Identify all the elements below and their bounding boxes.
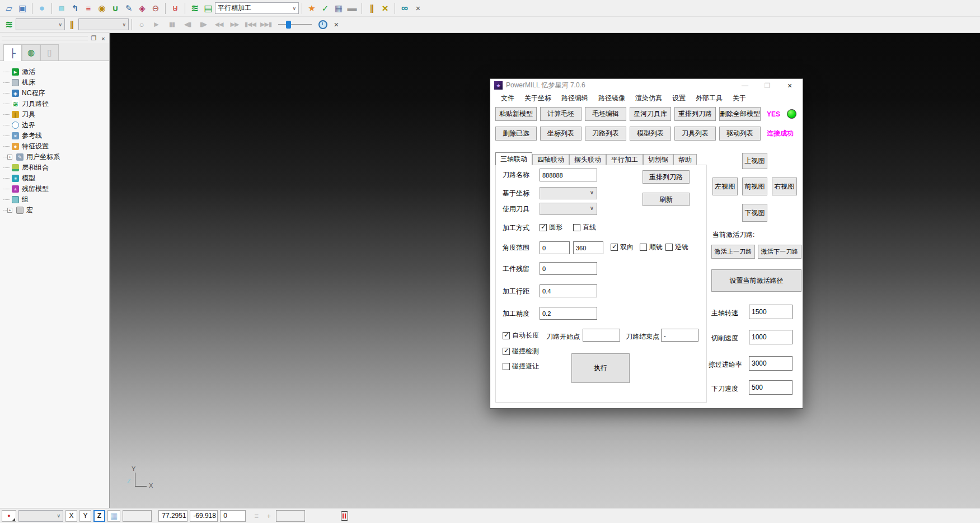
toolbar-close-icon[interactable]: [411, 2, 425, 15]
pattern-draw-icon[interactable]: [122, 2, 135, 15]
stock-remain-input[interactable]: [540, 262, 597, 275]
calculator-icon[interactable]: [332, 2, 345, 15]
delete-selected-button[interactable]: 删除已选: [495, 127, 537, 141]
coord-list-button[interactable]: 坐标列表: [540, 127, 582, 141]
axis-z-button[interactable]: Z: [93, 510, 105, 522]
bulb-icon[interactable]: [135, 18, 148, 31]
tree-item-boundaries[interactable]: 边界: [0, 120, 109, 130]
simulation-speed-slider[interactable]: [278, 20, 312, 30]
toolbar-close-icon[interactable]: [330, 18, 343, 31]
go-start-icon[interactable]: ▮◀◀: [242, 18, 258, 31]
view-top-button[interactable]: 上视图: [742, 153, 767, 169]
trash-tab[interactable]: ▯: [40, 44, 59, 60]
coord-x-field[interactable]: 77.2951: [158, 510, 187, 522]
tool-select-dropdown[interactable]: ∨: [78, 18, 129, 30]
tool-create-icon[interactable]: [95, 2, 109, 15]
menu-render-sim[interactable]: 渲染仿真: [630, 94, 667, 103]
maximize-icon[interactable]: ❐: [757, 79, 778, 92]
cutting-speed-input[interactable]: [749, 330, 793, 344]
boolean-cylinders-icon[interactable]: [398, 2, 411, 15]
angle-from-input[interactable]: [540, 241, 570, 254]
dialog-titlebar[interactable]: ★ PowerMILL 忆梦星河 7.0.6 — ❐ ×: [490, 79, 803, 92]
globe-tab[interactable]: ◍: [22, 44, 40, 60]
refresh-button[interactable]: 刷新: [643, 193, 690, 206]
coord-z-field[interactable]: 0: [220, 510, 246, 522]
tree-item-activate[interactable]: 激活: [0, 67, 109, 77]
levels-icon[interactable]: [82, 2, 95, 15]
tool-delete-icon[interactable]: [149, 2, 162, 15]
activate-prev-button[interactable]: 激活上一刀路: [711, 245, 755, 259]
paste-new-model-button[interactable]: 粘贴新模型: [495, 107, 537, 121]
menu-coords[interactable]: 关于坐标: [519, 94, 556, 103]
tree-item-stock-models[interactable]: 残留模型: [0, 184, 109, 194]
calc-block-button[interactable]: 计算毛坯: [540, 107, 582, 121]
tool-library-button[interactable]: 星河刀具库: [630, 107, 671, 121]
pause-icon[interactable]: ▮▮: [164, 18, 180, 31]
bidirectional-checkbox[interactable]: 双向: [611, 242, 634, 252]
toolpath-name-input[interactable]: [540, 169, 597, 181]
method-line-checkbox[interactable]: 直线: [573, 223, 596, 232]
expand-icon[interactable]: +: [7, 208, 12, 213]
use-tool-dropdown[interactable]: [540, 203, 597, 215]
step-back-icon[interactable]: ◀▮: [180, 18, 195, 31]
tool-check-icon[interactable]: [318, 2, 332, 15]
tool-holder-icon[interactable]: [168, 2, 182, 15]
view-bottom-button[interactable]: 下视图: [742, 204, 767, 222]
fast-forward-icon[interactable]: ▶▶: [227, 18, 242, 31]
toolpath-spiral-icon[interactable]: [188, 2, 201, 15]
rearrange-toolpaths-button[interactable]: 重排列刀路: [674, 107, 716, 121]
points-icon[interactable]: [135, 2, 149, 15]
start-point-input[interactable]: [583, 329, 620, 342]
skim-feed-input[interactable]: [749, 356, 793, 371]
axis-x-button[interactable]: X: [65, 510, 77, 522]
transform-arrows-icon[interactable]: [378, 2, 392, 15]
tree-item-nc-program[interactable]: NC程序: [0, 88, 109, 99]
play-icon[interactable]: ▶: [148, 18, 164, 31]
strategy-dropdown[interactable]: 平行精加工 ∨: [215, 2, 299, 14]
rewind-icon[interactable]: ◀◀: [211, 18, 227, 31]
minimize-icon[interactable]: —: [734, 79, 756, 92]
conventional-checkbox[interactable]: 逆铣: [665, 242, 688, 252]
view-left-button[interactable]: 左视图: [712, 178, 738, 195]
activate-next-button[interactable]: 激活下一刀路: [758, 245, 801, 259]
panel-close-icon[interactable]: ×: [99, 34, 107, 43]
tree-item-macros[interactable]: +宏: [0, 205, 109, 216]
open-file-icon[interactable]: [2, 2, 16, 15]
climb-checkbox[interactable]: 顺铣: [640, 242, 663, 252]
tools-pair-icon[interactable]: [365, 2, 378, 15]
save-icon[interactable]: [16, 2, 29, 15]
coord-y-field[interactable]: -69.918: [190, 510, 218, 522]
statusbar-extra-field[interactable]: [276, 510, 305, 522]
spindle-speed-input[interactable]: [749, 305, 793, 319]
block-icon[interactable]: [55, 2, 68, 15]
tree-item-groups[interactable]: 组: [0, 194, 109, 205]
tree-item-levels-sets[interactable]: 层和组合: [0, 162, 109, 173]
statusbar-dropdown[interactable]: ∨: [18, 510, 63, 522]
tree-item-workplanes[interactable]: +用户坐标系: [0, 152, 109, 162]
tree-item-tools[interactable]: 刀具: [0, 109, 109, 120]
execute-button[interactable]: 执行: [571, 353, 630, 383]
method-circle-checkbox[interactable]: 圆形: [540, 223, 562, 232]
plunge-speed-input[interactable]: [749, 380, 793, 395]
tolerance-input[interactable]: [540, 307, 597, 320]
toolpath-list-button[interactable]: 刀路列表: [585, 127, 626, 141]
rearrange-button[interactable]: 重排列刀路: [643, 170, 690, 184]
tool-flash-icon[interactable]: [305, 2, 318, 15]
clock-icon[interactable]: [316, 18, 330, 31]
tree-item-feature-sets[interactable]: 特征设置: [0, 141, 109, 152]
close-icon[interactable]: ×: [779, 79, 800, 92]
tree-item-models[interactable]: 模型: [0, 173, 109, 184]
slider-handle[interactable]: [286, 21, 291, 29]
collision-check-icon[interactable]: [109, 2, 122, 15]
tools-icon[interactable]: [65, 18, 78, 31]
menu-settings[interactable]: 设置: [667, 94, 691, 103]
clipboard-sim-icon[interactable]: [341, 511, 348, 521]
angle-to-input[interactable]: [573, 241, 603, 254]
toolpath-select-dropdown[interactable]: ∨: [16, 18, 65, 30]
view-right-button[interactable]: 右视图: [772, 178, 797, 195]
stepover-input[interactable]: [540, 284, 597, 297]
grid-snap-icon[interactable]: ▦: [107, 510, 120, 522]
coord-base-dropdown[interactable]: [540, 187, 597, 199]
go-end-icon[interactable]: ▶▶▮: [258, 18, 274, 31]
menu-path-mirror[interactable]: 路径镜像: [593, 94, 630, 103]
